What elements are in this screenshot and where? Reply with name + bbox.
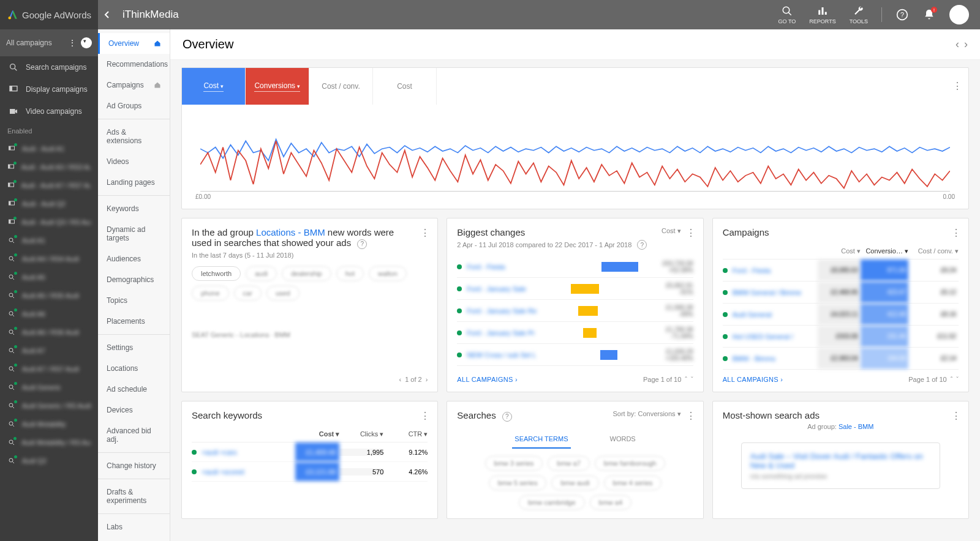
campaign-item[interactable]: Audi Motability <box>0 415 98 433</box>
prev-button[interactable]: ‹ <box>399 376 401 383</box>
nav-item-labs[interactable]: Labs <box>98 517 170 537</box>
campaign-row[interactable]: Audi General £4,023.11 412.48 £8.16 <box>723 304 959 326</box>
chart-menu[interactable]: ⋮ <box>952 80 962 92</box>
campaign-item[interactable]: Audi Generic <box>0 378 98 397</box>
changes-row[interactable]: Ford - January Sale Pr £1,780.38-71.84% <box>457 322 693 344</box>
search-chip[interactable]: bmw a4 <box>590 495 632 510</box>
campaign-item[interactable]: Audi Q2 <box>0 452 98 470</box>
word-chip[interactable]: audi <box>246 266 277 281</box>
search-chip[interactable]: bmw 3 series <box>485 456 543 471</box>
search-chip[interactable]: bmw 5 series <box>489 476 547 490</box>
metric-tab-conversions[interactable]: Conversions <box>246 68 309 105</box>
metric-tab-cost2[interactable]: Cost <box>373 68 437 105</box>
all-campaigns-row[interactable]: All campaigns ⋮ <box>0 29 98 56</box>
nav-item-campaigns[interactable]: Campaigns <box>98 75 170 95</box>
help-icon[interactable]: ? <box>502 412 512 422</box>
campaign-type-video-campaigns[interactable]: Video campaigns <box>0 100 98 122</box>
col-conversions[interactable]: Conversio… <box>861 247 908 255</box>
campaign-item[interactable]: Audi A1 <box>0 231 98 250</box>
help-icon[interactable]: ? <box>637 240 647 250</box>
nav-item-videos[interactable]: Videos <box>98 151 170 172</box>
card-menu[interactable]: ⋮ <box>951 410 961 422</box>
adgroup-link[interactable]: Sale - BMM <box>839 423 873 430</box>
changes-row[interactable]: Ford - January Sale Re £1,580.38-89% <box>457 300 693 322</box>
metric-tab-cost-conv[interactable]: Cost / conv. <box>309 68 373 105</box>
search-chip[interactable]: bmw farnborough <box>595 456 666 471</box>
col-clicks[interactable]: Clicks <box>339 430 383 438</box>
metric-tab-cost[interactable]: Cost <box>182 68 246 105</box>
campaign-row[interactable]: BMW - Bimms £2,983.04 184.00 £2.14 <box>723 348 959 370</box>
nav-item-demographics[interactable]: Demographics <box>98 269 170 290</box>
next-button[interactable]: ˇ <box>691 376 693 383</box>
prev-button[interactable]: ˆ <box>685 376 687 383</box>
word-chip[interactable]: car <box>234 286 262 300</box>
nav-item-audiences[interactable]: Audiences <box>98 248 170 269</box>
keyword-row[interactable]: +audi +cars £1,409.48 1,995 9.12% <box>192 442 428 462</box>
campaign-item[interactable]: Audi A5 / RS5 Audi <box>0 286 98 305</box>
next-button[interactable]: › <box>426 376 428 383</box>
changes-row[interactable]: Ford - January Sale £5,062.91-91% <box>457 278 693 300</box>
campaign-type-display-campaigns[interactable]: Display campaigns <box>0 78 98 100</box>
card-menu[interactable]: ⋮ <box>686 410 696 422</box>
all-campaigns-link[interactable]: ALL CAMPAIGNS › <box>723 376 783 383</box>
nav-item-keywords[interactable]: Keywords <box>98 198 170 219</box>
campaign-item[interactable]: Audi A7 <box>0 341 98 360</box>
search-chip[interactable]: bmw audi <box>551 476 598 490</box>
campaign-item[interactable]: Audi - Audi Q2 <box>0 195 98 213</box>
col-cost[interactable]: Cost <box>295 430 339 438</box>
nav-item-dynamic-ad-targets[interactable]: Dynamic ad targets <box>98 219 170 248</box>
changes-row[interactable]: NEW Cross / sub Set L £1,030.29+183.40% <box>457 344 693 366</box>
account-avatar[interactable] <box>949 5 969 24</box>
adgroup-link[interactable]: Locations - BMM <box>256 227 325 237</box>
help-icon[interactable]: ? <box>357 239 367 249</box>
nav-item-ads-extensions[interactable]: Ads & extensions <box>98 122 170 151</box>
card-menu[interactable]: ⋮ <box>420 227 430 239</box>
nav-item-placements[interactable]: Placements <box>98 311 170 332</box>
campaign-item[interactable]: Audi A6 <box>0 305 98 323</box>
nav-item-landing-pages[interactable]: Landing pages <box>98 172 170 193</box>
card-menu[interactable]: ⋮ <box>686 227 696 239</box>
campaign-item[interactable]: Audi A5 <box>0 268 98 286</box>
tab-words[interactable]: WORDS <box>608 430 638 449</box>
nav-item-ad-groups[interactable]: Ad Groups <box>98 95 170 116</box>
col-ctr[interactable]: CTR <box>383 430 428 438</box>
word-chip[interactable]: dealership <box>282 266 331 281</box>
campaign-item[interactable]: Audi A4 / RS4 Audi <box>0 250 98 268</box>
campaign-filter-toggle[interactable] <box>81 37 92 48</box>
reports-button[interactable]: REPORTS <box>809 5 835 24</box>
word-chip[interactable]: hot <box>336 266 364 281</box>
campaign-row[interactable]: Ford - Fiesta £8,885.63 871.00 £9.24 <box>723 259 959 282</box>
campaign-item[interactable]: Audi - Audi Q3 / RS Audi <box>0 213 98 231</box>
tab-search-terms[interactable]: SEARCH TERMS <box>512 430 570 449</box>
nav-item-settings[interactable]: Settings <box>98 337 170 358</box>
campaign-type-search-campaigns[interactable]: Search campaigns <box>0 56 98 78</box>
next-page-button[interactable]: › <box>964 38 968 51</box>
nav-item-drafts-experiments[interactable]: Drafts & experiments <box>98 482 170 511</box>
word-chip[interactable]: used <box>266 286 300 300</box>
prev-button[interactable]: ˆ <box>951 376 953 383</box>
help-button[interactable]: ? <box>895 8 909 21</box>
nav-item-locations[interactable]: Locations <box>98 358 170 379</box>
campaign-item[interactable]: Audi - Audi A7 / RS7 Audi <box>0 176 98 195</box>
nav-item-recommendations[interactable]: Recommendations <box>98 54 170 75</box>
card-menu[interactable]: ⋮ <box>420 410 430 422</box>
campaign-row[interactable]: Hot USED General / £933.06 231.46 £11.52 <box>723 326 959 348</box>
campaign-item[interactable]: Audi Motability / RS Audi <box>0 433 98 452</box>
col-cost-conv[interactable]: Cost / conv. <box>908 247 959 255</box>
notifications-button[interactable]: ! <box>922 8 936 21</box>
campaign-item[interactable]: Audi A6 / RS6 Audi <box>0 323 98 341</box>
col-cost[interactable]: Cost <box>818 247 861 255</box>
nav-item-topics[interactable]: Topics <box>98 290 170 311</box>
sortby-dropdown[interactable]: Conversions <box>638 410 680 417</box>
next-button[interactable]: ˇ <box>956 376 959 383</box>
word-chip[interactable]: letchworth <box>192 266 241 281</box>
changes-row[interactable]: Ford - Fiesta £63,726.58+52.08% <box>457 256 693 278</box>
word-chip[interactable]: walton <box>369 266 407 281</box>
nav-item-change-history[interactable]: Change history <box>98 455 170 476</box>
campaign-item[interactable]: Audi A7 / RS7 Audi <box>0 360 98 378</box>
nav-item-advanced-bid-adj-[interactable]: Advanced bid adj. <box>98 420 170 450</box>
search-chip[interactable]: bmw 4 series <box>604 476 662 490</box>
campaign-item[interactable]: Audi Generic / RS Audi <box>0 397 98 415</box>
campaign-item[interactable]: Audi - Audi A1 <box>0 140 98 158</box>
search-chip[interactable]: bmw cambridge <box>519 495 585 510</box>
